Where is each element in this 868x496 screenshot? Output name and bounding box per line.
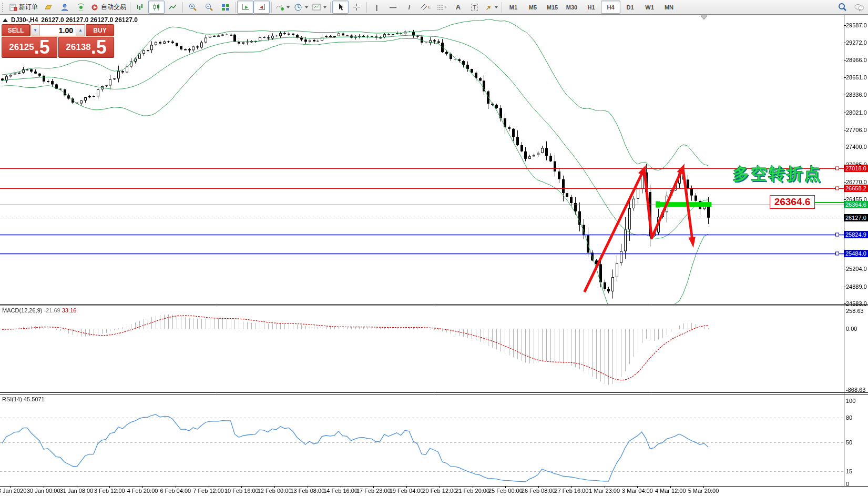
chevron-down-icon: [305, 6, 308, 8]
chevron-up-icon: ▲: [78, 28, 83, 33]
auto-scroll-button[interactable]: [237, 1, 253, 14]
toolbar-separator: [130, 2, 130, 13]
buy-label: BUY: [93, 27, 106, 34]
crosshair-icon: [353, 3, 361, 11]
rsi-axis-label: 100: [846, 398, 855, 404]
time-tick-label: 3 Mar 04:00: [622, 488, 653, 494]
channel-icon: [420, 4, 427, 11]
vertical-line-icon: |: [376, 3, 378, 11]
trendline-icon: /: [409, 3, 411, 11]
volume-decrease-button[interactable]: ▼: [31, 25, 40, 36]
chevron-down-icon: [495, 6, 498, 8]
time-tick-label: 14 Feb 16:00: [323, 488, 358, 494]
time-tick-label: 17 Feb 23:00: [356, 488, 391, 494]
rsi-value: 45.5071: [24, 396, 45, 402]
toolbar-grip[interactable]: [2, 3, 6, 12]
label-tool-button[interactable]: T: [466, 1, 483, 14]
chevron-down-icon: [287, 6, 290, 8]
macd-axis-label: 258.63: [846, 308, 864, 314]
periods-button[interactable]: [292, 1, 310, 14]
tab-timeframe-m1[interactable]: M1: [504, 1, 523, 14]
sell-price-button[interactable]: 26125 .5: [2, 37, 57, 58]
timeframe-label: D1: [626, 4, 634, 11]
profile-button[interactable]: [56, 1, 73, 14]
new-order-label: 新订单: [19, 3, 38, 12]
macd-label: MACD(12,26,9): [2, 307, 42, 313]
time-tick-label: 19 Feb 04:00: [390, 488, 424, 494]
arrows-tool-button[interactable]: [483, 1, 500, 14]
volume-increase-button[interactable]: ▲: [76, 25, 85, 36]
line-chart-type-button[interactable]: [165, 1, 181, 14]
mt4-window: 新订单 自动交易 | — / E F A T: [0, 0, 868, 496]
price-tick-label: 29587.0: [846, 22, 867, 28]
tab-timeframe-w1[interactable]: W1: [640, 1, 659, 14]
auto-trading-button[interactable]: 自动交易: [89, 1, 128, 14]
toolbar-separator: [366, 2, 367, 13]
crosshair-tool-button[interactable]: [349, 1, 365, 14]
templates-button[interactable]: [310, 1, 329, 14]
one-click-trading-panel: SELL ▼ ▲ BUY 26125 .5 26138 .5: [2, 24, 114, 58]
toolbar-separator: [271, 2, 272, 13]
new-order-icon: [9, 3, 17, 11]
time-axis[interactable]: 28 Jan 202030 Jan 00:0031 Jan 08:003 Feb…: [0, 487, 868, 496]
symbol-marker-icon: [3, 18, 8, 22]
time-tick-label: 27 Feb 16:00: [555, 488, 589, 494]
price-tick-label: 29272.0: [846, 39, 867, 46]
template-icon: [312, 3, 321, 11]
tile-windows-button[interactable]: [217, 1, 233, 14]
rsi-axis-label: 0: [846, 481, 849, 487]
journal-button[interactable]: [40, 1, 56, 14]
tile-windows-icon: [221, 3, 230, 11]
symbol-ohlc: 26127.0 26127.0 26127.0 26127.0: [41, 16, 138, 24]
tab-timeframe-h4[interactable]: H4: [601, 1, 620, 14]
tab-timeframe-m15[interactable]: M15: [543, 1, 562, 14]
auto-scroll-icon: [241, 3, 250, 11]
signal-button[interactable]: [73, 1, 89, 14]
chat-button[interactable]: [851, 1, 867, 14]
timeframe-label: M15: [547, 4, 558, 11]
macd-label-line: MACD(12,26,9) -21.69 33.16: [2, 307, 76, 313]
chart-shift-button[interactable]: [253, 1, 270, 14]
cursor-tool-button[interactable]: [332, 1, 349, 14]
new-order-button[interactable]: 新订单: [7, 1, 40, 14]
time-tick-label: 1 Mar 23:00: [589, 488, 620, 494]
zoom-out-icon: [205, 3, 213, 12]
tab-timeframe-mn[interactable]: MN: [659, 1, 679, 14]
buy-button[interactable]: BUY: [86, 24, 114, 36]
price-tick-label: 25204.0: [846, 266, 867, 272]
zoom-in-icon: [189, 3, 197, 12]
zoom-out-button[interactable]: [201, 1, 217, 14]
current-price-label: 26127.0: [844, 214, 868, 221]
channel-tool-button[interactable]: E: [417, 1, 434, 14]
indicators-button[interactable]: [273, 1, 292, 14]
time-tick-label: 5 Mar 20:00: [688, 488, 719, 494]
toolbar-separator: [330, 2, 331, 13]
price-axis[interactable]: 29587.029272.028966.028651.028336.028021…: [844, 15, 868, 486]
sell-button[interactable]: SELL: [2, 24, 30, 36]
chat-icon: [854, 3, 864, 12]
tab-timeframe-h1[interactable]: H1: [581, 1, 601, 14]
toolbar-separator: [182, 2, 183, 13]
buy-price-button[interactable]: 26138 .5: [58, 37, 114, 58]
tab-timeframe-d1[interactable]: D1: [620, 1, 640, 14]
bar-chart-type-button[interactable]: [132, 1, 148, 14]
tab-timeframe-m5[interactable]: M5: [523, 1, 543, 14]
horizontal-line-tool-button[interactable]: —: [385, 1, 401, 14]
search-button[interactable]: [834, 1, 851, 14]
vertical-line-tool-button[interactable]: |: [369, 1, 385, 14]
volume-stepper: ▼ ▲: [30, 24, 85, 36]
zoom-in-button[interactable]: [185, 1, 201, 14]
tab-timeframe-m30[interactable]: M30: [562, 1, 581, 14]
candlestick-chart-type-button[interactable]: [148, 1, 165, 14]
price-tick-label: 28651.0: [846, 74, 867, 80]
volume-input[interactable]: [40, 25, 76, 36]
text-tool-button[interactable]: A: [450, 1, 466, 14]
toolbar-separator: [235, 2, 236, 13]
fibonacci-tool-button[interactable]: F: [434, 1, 450, 14]
search-icon: [838, 3, 847, 12]
profile-icon: [60, 3, 69, 11]
time-tick-label: 28 Jan 2020: [0, 488, 26, 494]
chart-canvas[interactable]: [0, 0, 868, 496]
trendline-tool-button[interactable]: /: [401, 1, 417, 14]
symbol-info-bar: DJ30-,H4 26127.0 26127.0 26127.0 26127.0: [3, 16, 138, 24]
